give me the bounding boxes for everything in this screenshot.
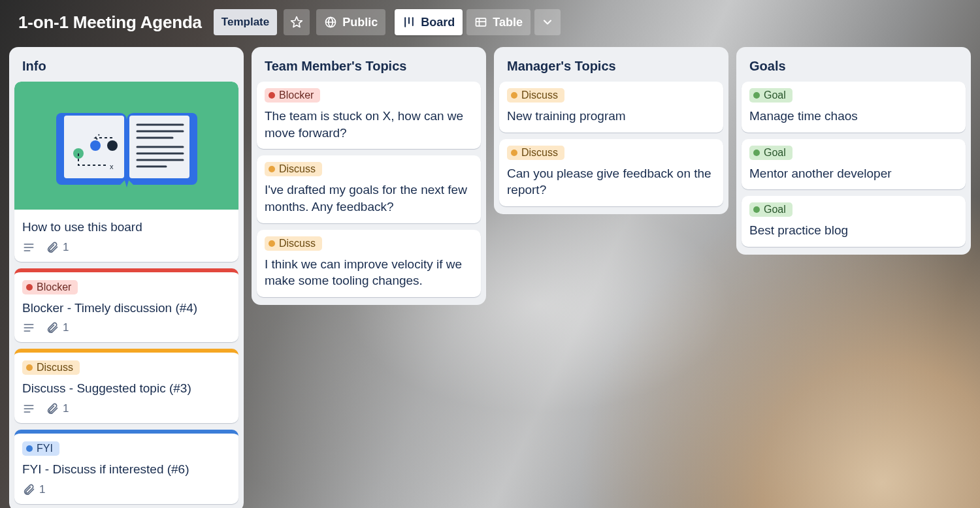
visibility-label: Public [342, 16, 378, 29]
card-badges: 1 [22, 483, 231, 496]
attachment-badge: 1 [22, 483, 45, 496]
card-label-discuss: Discuss [265, 236, 322, 251]
visibility-button[interactable]: Public [316, 9, 385, 35]
list-team-topics: Team Member's Topics Blocker The team is… [252, 47, 486, 305]
card-label-discuss: Discuss [265, 162, 322, 176]
card-title: Can you please give feedback on the repo… [507, 165, 715, 198]
view-board-label: Board [421, 16, 455, 29]
card[interactable]: Goal Manage time chaos [742, 82, 966, 133]
attachment-count: 1 [63, 321, 69, 334]
list-title[interactable]: Team Member's Topics [257, 54, 481, 75]
card[interactable]: Goal Mentor another developer [742, 139, 966, 190]
view-switcher: Board Table [392, 7, 563, 38]
list-title[interactable]: Manager's Topics [499, 54, 723, 75]
card-title: The team is stuck on X, how can we move … [265, 108, 473, 141]
svg-marker-0 [291, 17, 302, 27]
card-title: How to use this board [22, 219, 231, 236]
card-label-fyi: FYI [22, 441, 59, 456]
card[interactable]: Discuss Discuss - Suggested topic (#3) 1 [14, 349, 238, 423]
board-icon [402, 16, 416, 29]
description-icon [22, 241, 35, 254]
view-table-label: Table [493, 16, 523, 29]
card[interactable]: FYI FYI - Discuss if interested (#6) 1 [14, 430, 238, 504]
card-label-blocker: Blocker [265, 88, 320, 103]
card-title: FYI - Discuss if interested (#6) [22, 461, 231, 478]
card-title: Blocker - Timely discussion (#4) [22, 300, 231, 317]
description-icon [22, 402, 35, 415]
card-badges: 1 [22, 402, 231, 415]
card-badges: 1 [22, 241, 231, 254]
description-icon [22, 321, 35, 334]
card[interactable]: Discuss I think we can improve velocity … [257, 230, 481, 297]
card-title: I think we can improve velocity if we ma… [265, 256, 473, 289]
card-title: New training program [507, 108, 715, 125]
card-title: Manage time chaos [749, 108, 958, 125]
star-icon [290, 16, 303, 29]
board-header: 1-on-1 Meeting Agenda Template Public Bo… [0, 0, 980, 47]
card-cover-image: x [14, 82, 238, 210]
attachment-icon [46, 402, 59, 415]
label-text: Blocker [279, 89, 314, 101]
label-text: Blocker [37, 281, 71, 293]
book-illustration-icon: x [42, 93, 212, 198]
list-manager-topics: Manager's Topics Discuss New training pr… [494, 47, 728, 214]
view-table-button[interactable]: Table [466, 9, 531, 35]
label-text: Discuss [521, 89, 558, 101]
attachment-count: 1 [63, 402, 69, 415]
card[interactable]: Discuss Can you please give feedback on … [499, 139, 723, 206]
card-label-discuss: Discuss [507, 88, 564, 103]
label-text: Goal [764, 89, 786, 101]
svg-text:x: x [110, 163, 114, 170]
view-board-button[interactable]: Board [395, 9, 463, 35]
attachment-count: 1 [63, 241, 69, 254]
template-badge[interactable]: Template [214, 9, 277, 35]
card[interactable]: Discuss New training program [499, 82, 723, 133]
card[interactable]: Goal Best practice blog [742, 196, 966, 247]
card-label-goal: Goal [749, 202, 792, 217]
attachment-badge: 1 [46, 321, 69, 334]
globe-icon [324, 16, 337, 29]
description-badge [22, 402, 35, 415]
list-goals: Goals Goal Manage time chaos Goal Mentor… [736, 47, 971, 255]
card-label-goal: Goal [749, 146, 792, 160]
card-title: Discuss - Suggested topic (#3) [22, 380, 231, 397]
attachment-count: 1 [39, 483, 45, 496]
card[interactable]: Discuss I've drafted my goals for the ne… [257, 155, 481, 223]
label-text: Discuss [37, 362, 73, 373]
chevron-down-icon [541, 16, 554, 29]
star-button[interactable] [284, 9, 310, 35]
list-title[interactable]: Goals [742, 54, 966, 75]
label-text: Discuss [279, 163, 316, 175]
svg-point-19 [107, 140, 118, 151]
board-title[interactable]: 1-on-1 Meeting Agenda [18, 12, 202, 33]
card-label-blocker: Blocker [22, 280, 78, 294]
attachment-icon [46, 241, 59, 254]
card-badges: 1 [22, 321, 231, 334]
description-badge [22, 321, 35, 334]
card[interactable]: x How to use this board 1 [14, 82, 238, 262]
attachment-badge: 1 [46, 402, 69, 415]
label-text: Goal [764, 204, 786, 215]
card[interactable]: Blocker Blocker - Timely discussion (#4)… [14, 268, 238, 343]
label-text: Goal [764, 147, 786, 159]
card[interactable]: Blocker The team is stuck on X, how can … [257, 82, 481, 149]
label-text: Discuss [279, 238, 316, 249]
card-label-discuss: Discuss [22, 360, 80, 375]
description-badge [22, 241, 35, 254]
card-title: Mentor another developer [749, 165, 958, 182]
list-title[interactable]: Info [14, 54, 238, 75]
table-icon [474, 16, 487, 29]
label-text: Discuss [521, 147, 558, 159]
attachment-icon [46, 321, 59, 334]
list-info: Info [9, 47, 244, 508]
attachment-icon [22, 483, 35, 496]
card-title: Best practice blog [749, 222, 958, 239]
template-badge-label: Template [221, 16, 269, 29]
card-title: I've drafted my goals for the next few m… [265, 182, 473, 215]
svg-point-18 [90, 140, 101, 151]
card-label-goal: Goal [749, 88, 792, 103]
label-text: FYI [37, 443, 53, 454]
attachment-badge: 1 [46, 241, 69, 254]
card-label-discuss: Discuss [507, 146, 564, 160]
view-more-button[interactable] [534, 9, 561, 35]
